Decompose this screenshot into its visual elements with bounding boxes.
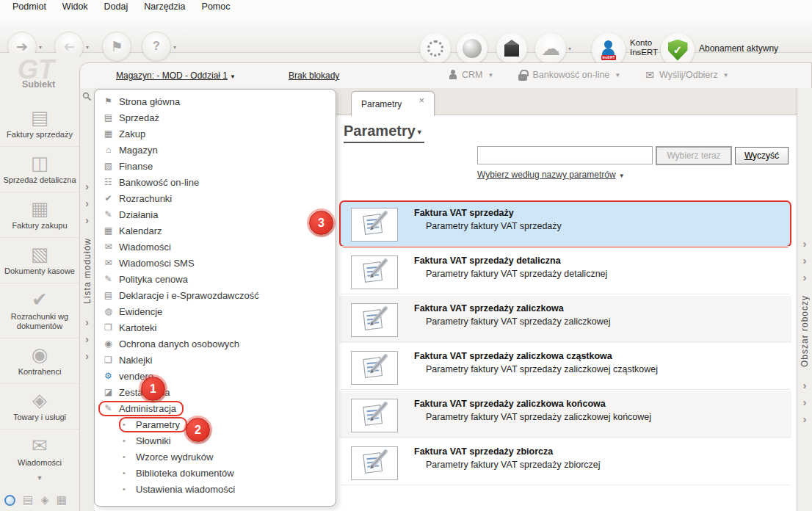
flag-button[interactable]: ⚑ xyxy=(102,32,131,61)
personal-data-protection-icon: ◉ xyxy=(102,338,115,349)
goods-and-services-icon: ◈ xyxy=(2,389,77,411)
mini-module-goods-icon[interactable]: ◈ xyxy=(40,493,49,507)
menu-item-strona-główna[interactable]: ⚑Strona główna xyxy=(95,93,336,109)
filter-by-name-link[interactable]: Wybierz według nazwy parametrów▼ xyxy=(477,170,625,180)
parameter-list-item[interactable]: Faktura VAT sprzedaży detaliczna Paramet… xyxy=(339,248,791,295)
menu-item-bankowość-on-line[interactable]: ☷Bankowość on-line xyxy=(95,174,336,190)
menu-item-działania[interactable]: ✎Działania xyxy=(95,206,336,222)
price-policy-icon: ✎ xyxy=(102,274,115,284)
sidebar-item-wiadomości[interactable]: ✉Wiadomości xyxy=(0,429,79,474)
parameter-list-item[interactable]: Faktura VAT sprzedaży Parametry faktury … xyxy=(339,200,791,247)
menu-item-sprzedaż[interactable]: ▤Sprzedaż xyxy=(95,109,336,126)
workspace-strip-label[interactable]: Obszar roboczy xyxy=(800,295,810,367)
sidebar-item-label: Rozrachunki wg dokumentów xyxy=(2,312,77,331)
modules-strip[interactable]: › › › Lista modułów › › › xyxy=(79,88,94,511)
parameter-list-item[interactable]: Faktura VAT sprzedaży zaliczkowa Paramet… xyxy=(339,296,791,343)
sidebar-item-towary-i-usługi[interactable]: ◈Towary i usługi xyxy=(0,383,79,429)
menu-item-ustawienia-wiadomości[interactable]: •Ustawienia wiadomości xyxy=(95,481,336,497)
cloud-services-button[interactable]: ☁ xyxy=(535,33,566,64)
parameter-list-item[interactable]: Faktura VAT sprzedaży zbiorcza Parametry… xyxy=(339,439,791,486)
mini-module-purchase-icon[interactable]: ▦ xyxy=(57,493,67,507)
menu-item-content: ☷Bankowość on-line xyxy=(98,175,206,190)
menu-item-content: ❐Kartoteki xyxy=(98,320,164,336)
menubar-item-dodaj[interactable]: Dodaj xyxy=(96,1,137,12)
menu-item-content: •Ustawienia wiadomości xyxy=(119,482,242,497)
wyczysc-button[interactable]: Wyczyść xyxy=(735,147,789,164)
menu-item-parametry[interactable]: •Parametry xyxy=(95,416,336,432)
menubar-item-widok[interactable]: Widok xyxy=(54,1,96,12)
menu-item-biblioteka-dokumentów[interactable]: •Biblioteka dokumentów xyxy=(95,465,336,481)
menubar-item-pomoc[interactable]: Pomoc xyxy=(194,1,239,12)
calendar-icon: ▦ xyxy=(102,225,115,236)
modules-strip-label[interactable]: Lista modułów xyxy=(82,238,93,304)
brak-blokady-link[interactable]: Brak blokady xyxy=(289,70,339,81)
flag-icon: ⚑ xyxy=(110,38,123,55)
crm-dropdown[interactable]: CRM ▼ xyxy=(449,70,493,80)
chevron-icon: › xyxy=(85,314,89,330)
menu-item-label: Kartoteki xyxy=(119,322,156,333)
parameter-title: Faktura VAT sprzedaży zaliczkowa cząstko… xyxy=(414,351,612,361)
menu-item-content: ▦Kalendarz xyxy=(98,223,170,239)
menu-item-content: ◉Ochrona danych osobowych xyxy=(98,336,247,352)
select-arrow-caret-icon[interactable]: ▾ xyxy=(39,44,42,51)
help-caret-icon[interactable]: ▾ xyxy=(173,44,176,51)
help-button[interactable]: ? xyxy=(142,32,171,61)
mini-module-active-icon[interactable] xyxy=(4,495,15,506)
menu-item-kalendarz[interactable]: ▦Kalendarz xyxy=(95,222,336,239)
sync-spinner-button[interactable] xyxy=(420,33,451,64)
menu-item-wiadomości[interactable]: ✉Wiadomości xyxy=(95,239,336,255)
menu-item-wzorce-wydruków[interactable]: •Wzorce wydruków xyxy=(95,449,336,465)
menu-item-ochrona-danych-osobowych[interactable]: ◉Ochrona danych osobowych xyxy=(95,336,336,352)
magazyn-selector-link[interactable]: Magazyn: - MOD - Oddział 1▼ xyxy=(116,70,236,81)
online-sphere-button[interactable] xyxy=(457,33,487,64)
menu-item-rozrachunki[interactable]: ✔Rozrachunki xyxy=(95,190,336,206)
menubar-item-podmiot[interactable]: Podmiot xyxy=(4,1,54,12)
sidebar-item-faktury-zakupu[interactable]: ▦Faktury zakupu xyxy=(0,192,79,237)
workspace-strip[interactable]: › › › Obszar roboczy › › › xyxy=(797,88,812,511)
parameter-search-input[interactable] xyxy=(477,146,653,164)
menu-item-ewidencje[interactable]: ◍Ewidencje xyxy=(95,303,336,319)
menu-item-label: Działania xyxy=(119,209,158,220)
menu-item-kartoteki[interactable]: ❐Kartoteki xyxy=(95,319,336,336)
wybierz-teraz-button[interactable]: Wybierz teraz xyxy=(656,146,732,165)
sidebar-item-dokumenty-kasowe[interactable]: ▧Dokumenty kasowe xyxy=(0,237,79,283)
pin-icon[interactable] xyxy=(82,92,92,101)
cube-button[interactable] xyxy=(496,33,527,64)
sidebar-item-label: Wiadomości xyxy=(2,458,77,468)
tab-label: Parametry xyxy=(361,99,402,109)
cloud-icon: ☁ xyxy=(541,41,560,56)
menu-item-polityka-cenowa[interactable]: ✎Polityka cenowa xyxy=(95,271,336,287)
bankowosc-online-dropdown[interactable]: Bankowość on-line ▼ xyxy=(518,70,620,81)
back-arrow-caret-icon[interactable]: ▾ xyxy=(86,44,89,51)
menu-item-administracja[interactable]: ✎Administracja xyxy=(95,400,336,416)
mini-module-sales-icon[interactable]: ▤ xyxy=(23,493,33,507)
menu-item-magazyn[interactable]: ⌂Magazyn xyxy=(95,142,336,158)
menu-item-wiadomości-sms[interactable]: ✉Wiadomości SMS xyxy=(95,255,336,271)
tab-close-icon[interactable]: × xyxy=(418,95,424,106)
menu-item-zakup[interactable]: ▦Zakup xyxy=(95,126,336,142)
menu-item-zestawienia[interactable]: ◪Zestawienia xyxy=(95,384,336,400)
cloud-caret-icon[interactable]: ▾ xyxy=(568,46,571,52)
sidebar-item-kontrahenci[interactable]: ◉Kontrahenci xyxy=(0,338,79,383)
page-title-menu[interactable]: Parametry▾ xyxy=(344,123,424,143)
menu-item-finanse[interactable]: ▧Finanse xyxy=(95,158,336,174)
menu-item-naklejki[interactable]: ❏Naklejki xyxy=(95,352,336,368)
wyslij-odbierz-dropdown[interactable]: ✉ Wyślij/Odbierz ▼ xyxy=(645,69,728,81)
parameter-list-item[interactable]: Faktura VAT sprzedaży zaliczkowa końcowa… xyxy=(339,391,791,438)
sidebar-item-sprzedaż-detaliczna[interactable]: ◫Sprzedaż detaliczna xyxy=(0,146,79,192)
menubar-item-narzedzia[interactable]: Narzędzia xyxy=(136,1,193,12)
parameter-list-item[interactable]: Faktura VAT sprzedaży zaliczkowa cząstko… xyxy=(339,344,791,391)
row-separator xyxy=(341,389,790,390)
menu-item-słowniki[interactable]: •Słowniki xyxy=(95,432,336,449)
sidebar-item-faktury-sprzedaży[interactable]: ▤Faktury sprzedaży xyxy=(0,101,79,146)
menu-item-label: Bankowość on-line xyxy=(119,177,199,188)
tab-parametry[interactable]: Parametry × xyxy=(351,91,435,116)
annotation-badge-2: 2 xyxy=(186,418,210,442)
sidebar-item-rozrachunki-wg-dokumentów[interactable]: ✔Rozrachunki wg dokumentów xyxy=(0,283,79,338)
menu-item-deklaracje-i-e-sprawozdawczość[interactable]: ▤Deklaracje i e-Sprawozdawczość xyxy=(95,287,336,303)
menu-item-label: Naklejki xyxy=(119,355,153,366)
menu-item-vendero[interactable]: ⚙vendero xyxy=(95,368,336,384)
chevron-icon: › xyxy=(803,410,807,427)
chevron-icon: › xyxy=(803,269,807,286)
sidebar-more-icon[interactable]: ▼ xyxy=(0,474,79,482)
